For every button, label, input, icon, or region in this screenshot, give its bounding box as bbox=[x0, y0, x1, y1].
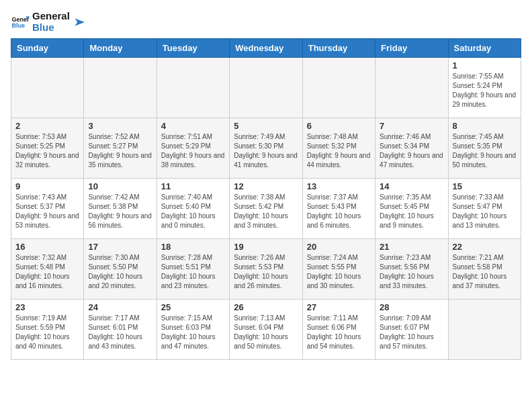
header-sunday: Sunday bbox=[11, 39, 84, 58]
day-info: Sunrise: 7:45 AM Sunset: 5:35 PM Dayligh… bbox=[453, 132, 517, 170]
calendar-cell: 22Sunrise: 7:21 AM Sunset: 5:58 PM Dayli… bbox=[448, 239, 521, 300]
day-number: 11 bbox=[161, 181, 225, 191]
calendar-cell: 9Sunrise: 7:43 AM Sunset: 5:37 PM Daylig… bbox=[11, 179, 84, 239]
calendar-cell bbox=[302, 58, 375, 118]
logo-general: General bbox=[32, 11, 70, 22]
day-number: 21 bbox=[380, 242, 443, 252]
svg-marker-3 bbox=[75, 18, 84, 26]
day-number: 27 bbox=[307, 302, 371, 312]
calendar-cell: 13Sunrise: 7:37 AM Sunset: 5:43 PM Dayli… bbox=[302, 179, 375, 239]
calendar-table: SundayMondayTuesdayWednesdayThursdayFrid… bbox=[11, 38, 521, 360]
day-info: Sunrise: 7:19 AM Sunset: 5:59 PM Dayligh… bbox=[15, 314, 79, 351]
day-info: Sunrise: 7:52 AM Sunset: 5:27 PM Dayligh… bbox=[88, 132, 152, 170]
calendar-cell: 11Sunrise: 7:40 AM Sunset: 5:40 PM Dayli… bbox=[157, 179, 229, 239]
day-number: 25 bbox=[161, 302, 225, 312]
day-info: Sunrise: 7:43 AM Sunset: 5:37 PM Dayligh… bbox=[15, 193, 79, 230]
day-info: Sunrise: 7:13 AM Sunset: 6:04 PM Dayligh… bbox=[234, 314, 298, 351]
day-number: 4 bbox=[161, 121, 225, 131]
header-tuesday: Tuesday bbox=[157, 39, 229, 58]
calendar-cell: 17Sunrise: 7:30 AM Sunset: 5:50 PM Dayli… bbox=[84, 239, 157, 300]
day-info: Sunrise: 7:26 AM Sunset: 5:53 PM Dayligh… bbox=[234, 253, 298, 291]
page-header: General Blue General Blue bbox=[11, 11, 521, 33]
day-number: 24 bbox=[88, 302, 152, 312]
day-number: 26 bbox=[234, 302, 298, 312]
day-info: Sunrise: 7:11 AM Sunset: 6:06 PM Dayligh… bbox=[307, 314, 371, 351]
calendar-cell: 4Sunrise: 7:51 AM Sunset: 5:29 PM Daylig… bbox=[157, 118, 229, 179]
logo-icon: General Blue bbox=[11, 13, 30, 32]
calendar-cell: 7Sunrise: 7:46 AM Sunset: 5:34 PM Daylig… bbox=[375, 118, 448, 179]
day-number: 17 bbox=[88, 242, 152, 252]
day-info: Sunrise: 7:15 AM Sunset: 6:03 PM Dayligh… bbox=[161, 314, 225, 351]
day-number: 2 bbox=[15, 121, 79, 131]
day-info: Sunrise: 7:24 AM Sunset: 5:55 PM Dayligh… bbox=[307, 253, 371, 291]
day-info: Sunrise: 7:48 AM Sunset: 5:32 PM Dayligh… bbox=[307, 132, 371, 170]
day-number: 20 bbox=[307, 242, 371, 252]
day-number: 9 bbox=[15, 181, 79, 191]
calendar-cell bbox=[375, 58, 448, 118]
calendar-cell: 27Sunrise: 7:11 AM Sunset: 6:06 PM Dayli… bbox=[302, 300, 375, 360]
calendar-cell: 15Sunrise: 7:33 AM Sunset: 5:47 PM Dayli… bbox=[448, 179, 521, 239]
calendar-cell: 23Sunrise: 7:19 AM Sunset: 5:59 PM Dayli… bbox=[11, 300, 84, 360]
logo-arrow-icon bbox=[73, 16, 85, 28]
day-number: 18 bbox=[161, 242, 225, 252]
calendar-week-4: 23Sunrise: 7:19 AM Sunset: 5:59 PM Dayli… bbox=[11, 300, 521, 360]
calendar-cell bbox=[84, 58, 157, 118]
calendar-cell: 14Sunrise: 7:35 AM Sunset: 5:45 PM Dayli… bbox=[375, 179, 448, 239]
calendar-cell: 18Sunrise: 7:28 AM Sunset: 5:51 PM Dayli… bbox=[157, 239, 229, 300]
calendar-cell: 28Sunrise: 7:09 AM Sunset: 6:07 PM Dayli… bbox=[375, 300, 448, 360]
calendar-cell bbox=[11, 58, 84, 118]
header-wednesday: Wednesday bbox=[230, 39, 302, 58]
header-friday: Friday bbox=[375, 39, 448, 58]
calendar-cell bbox=[157, 58, 229, 118]
day-info: Sunrise: 7:38 AM Sunset: 5:42 PM Dayligh… bbox=[234, 193, 298, 230]
day-number: 1 bbox=[453, 60, 517, 71]
calendar-week-2: 9Sunrise: 7:43 AM Sunset: 5:37 PM Daylig… bbox=[11, 179, 521, 239]
calendar-cell: 3Sunrise: 7:52 AM Sunset: 5:27 PM Daylig… bbox=[84, 118, 157, 179]
calendar-cell: 8Sunrise: 7:45 AM Sunset: 5:35 PM Daylig… bbox=[448, 118, 521, 179]
day-number: 6 bbox=[307, 121, 371, 131]
calendar-week-0: 1Sunrise: 7:55 AM Sunset: 5:24 PM Daylig… bbox=[11, 58, 521, 118]
day-info: Sunrise: 7:33 AM Sunset: 5:47 PM Dayligh… bbox=[453, 193, 517, 230]
day-info: Sunrise: 7:21 AM Sunset: 5:58 PM Dayligh… bbox=[453, 253, 517, 291]
calendar-cell: 21Sunrise: 7:23 AM Sunset: 5:56 PM Dayli… bbox=[375, 239, 448, 300]
day-info: Sunrise: 7:23 AM Sunset: 5:56 PM Dayligh… bbox=[380, 253, 443, 291]
calendar-cell: 6Sunrise: 7:48 AM Sunset: 5:32 PM Daylig… bbox=[302, 118, 375, 179]
calendar-cell: 20Sunrise: 7:24 AM Sunset: 5:55 PM Dayli… bbox=[302, 239, 375, 300]
svg-text:Blue: Blue bbox=[11, 22, 25, 29]
calendar-header-row: SundayMondayTuesdayWednesdayThursdayFrid… bbox=[11, 39, 521, 58]
day-number: 12 bbox=[234, 181, 298, 191]
day-number: 19 bbox=[234, 242, 298, 252]
day-info: Sunrise: 7:35 AM Sunset: 5:45 PM Dayligh… bbox=[380, 193, 443, 230]
day-info: Sunrise: 7:46 AM Sunset: 5:34 PM Dayligh… bbox=[380, 132, 443, 170]
day-info: Sunrise: 7:42 AM Sunset: 5:38 PM Dayligh… bbox=[88, 193, 152, 230]
day-number: 7 bbox=[380, 121, 443, 131]
day-info: Sunrise: 7:55 AM Sunset: 5:24 PM Dayligh… bbox=[453, 72, 517, 109]
day-info: Sunrise: 7:32 AM Sunset: 5:48 PM Dayligh… bbox=[15, 253, 79, 291]
header-saturday: Saturday bbox=[448, 39, 521, 58]
day-number: 8 bbox=[453, 121, 517, 131]
logo-blue: Blue bbox=[32, 22, 70, 34]
calendar-cell: 2Sunrise: 7:53 AM Sunset: 5:25 PM Daylig… bbox=[11, 118, 84, 179]
calendar-cell: 10Sunrise: 7:42 AM Sunset: 5:38 PM Dayli… bbox=[84, 179, 157, 239]
calendar-cell: 12Sunrise: 7:38 AM Sunset: 5:42 PM Dayli… bbox=[230, 179, 302, 239]
day-number: 15 bbox=[453, 181, 517, 191]
day-number: 22 bbox=[453, 242, 517, 252]
calendar-cell: 24Sunrise: 7:17 AM Sunset: 6:01 PM Dayli… bbox=[84, 300, 157, 360]
calendar-cell bbox=[448, 300, 521, 360]
day-info: Sunrise: 7:30 AM Sunset: 5:50 PM Dayligh… bbox=[88, 253, 152, 291]
calendar-cell: 26Sunrise: 7:13 AM Sunset: 6:04 PM Dayli… bbox=[230, 300, 302, 360]
day-info: Sunrise: 7:49 AM Sunset: 5:30 PM Dayligh… bbox=[234, 132, 298, 170]
day-info: Sunrise: 7:09 AM Sunset: 6:07 PM Dayligh… bbox=[380, 314, 443, 351]
day-info: Sunrise: 7:40 AM Sunset: 5:40 PM Dayligh… bbox=[161, 193, 225, 230]
calendar-week-3: 16Sunrise: 7:32 AM Sunset: 5:48 PM Dayli… bbox=[11, 239, 521, 300]
day-info: Sunrise: 7:28 AM Sunset: 5:51 PM Dayligh… bbox=[161, 253, 225, 291]
day-info: Sunrise: 7:37 AM Sunset: 5:43 PM Dayligh… bbox=[307, 193, 371, 230]
day-number: 14 bbox=[380, 181, 443, 191]
day-number: 28 bbox=[380, 302, 443, 312]
calendar-week-1: 2Sunrise: 7:53 AM Sunset: 5:25 PM Daylig… bbox=[11, 118, 521, 179]
calendar-cell: 19Sunrise: 7:26 AM Sunset: 5:53 PM Dayli… bbox=[230, 239, 302, 300]
header-monday: Monday bbox=[84, 39, 157, 58]
day-number: 13 bbox=[307, 181, 371, 191]
day-number: 5 bbox=[234, 121, 298, 131]
calendar-cell: 25Sunrise: 7:15 AM Sunset: 6:03 PM Dayli… bbox=[157, 300, 229, 360]
